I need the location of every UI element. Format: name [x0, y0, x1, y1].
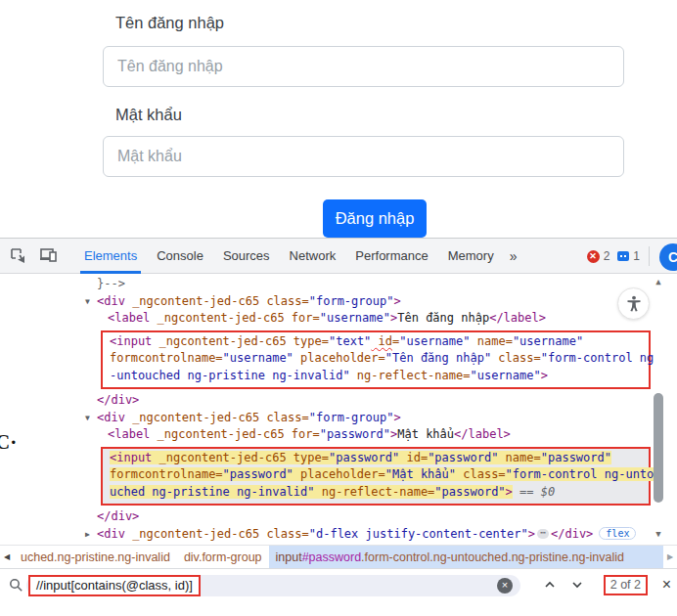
search-input[interactable]: //input[contains(@class, id)] × [26, 575, 520, 596]
code-token: </label> [454, 427, 511, 441]
tab-performance[interactable]: Performance [345, 239, 437, 274]
code-token: id= [399, 451, 428, 464]
code-token: "password" [541, 451, 611, 464]
code-token: == $0 [513, 485, 555, 499]
code-token: name= [471, 334, 513, 348]
breadcrumb-item[interactable]: div.form-group [177, 546, 269, 569]
code-token: "password" [434, 485, 505, 499]
password-label: Mật khẩu [115, 106, 182, 124]
code-line[interactable]: ▶<div _ngcontent-jed-c65 class="d-flex j… [0, 526, 677, 544]
message-icon [617, 251, 629, 261]
next-match-icon[interactable] [569, 577, 587, 594]
code-token: class= [456, 467, 506, 481]
code-line[interactable]: ▼<div _ngcontent-jed-c65 class="form-gro… [0, 293, 677, 311]
flex-badge[interactable]: flex [599, 527, 636, 540]
code-token: > [506, 485, 513, 499]
devtools-toolbar: ElementsConsoleSourcesNetworkPerformance… [0, 239, 677, 274]
devtools-tabs: ElementsConsoleSourcesNetworkPerformance… [74, 239, 504, 274]
code-token: _ngcontent-jed-c65 type= [152, 334, 329, 348]
code-token: <input [110, 451, 152, 464]
code-token: <div [97, 527, 125, 541]
scroll-down-icon[interactable]: ▼ [652, 528, 665, 540]
breadcrumb-right-icon[interactable]: ▶ [663, 552, 677, 561]
profile-avatar[interactable]: C [659, 243, 677, 271]
tab-sources[interactable]: Sources [213, 239, 280, 274]
breadcrumb-item[interactable]: input#password.form-control.ng-untouched… [269, 546, 663, 569]
code-token: Tên đăng nhập [397, 311, 489, 325]
code-line[interactable]: <input _ngcontent-jed-c65 type="password… [110, 450, 649, 467]
error-count: 2 [604, 249, 610, 263]
code-line[interactable]: </div> [0, 392, 677, 410]
code-token: "username" [470, 369, 540, 382]
more-tabs-icon[interactable]: » [504, 248, 521, 264]
annotation-box-username-input: <input _ngcontent-jed-c65 type="text" id… [101, 330, 651, 390]
search-bar: //input[contains(@class, id)] × 2 of 2 × [0, 568, 677, 601]
crumb-part: input [276, 550, 302, 564]
code-line[interactable]: </div> [0, 508, 677, 526]
code-line[interactable]: uched ng-pristine ng-invalid" ng-reflect… [110, 484, 649, 502]
code-token: "password" [329, 451, 399, 464]
code-token: "password" [320, 427, 390, 441]
login-button[interactable]: Đăng nhập [323, 199, 427, 238]
code-line[interactable]: formcontrolname="password" placeholder="… [110, 466, 649, 484]
accessibility-widget-icon[interactable] [617, 287, 650, 320]
code-token: class= [491, 351, 541, 365]
password-input[interactable] [103, 136, 624, 177]
tab-network[interactable]: Network [280, 239, 346, 274]
status-badges[interactable]: ✕ 2 1 [587, 239, 644, 274]
scrollbar-thumb[interactable] [654, 393, 663, 503]
login-form: Tên đăng nhập Mật khẩu Đăng nhập [0, 0, 677, 238]
code-token: <div [97, 411, 125, 424]
code-token: Mật khẩu [397, 427, 454, 441]
code-token: formcontrolname= [110, 351, 223, 365]
toolbar-divider [649, 246, 650, 266]
code-group-3: </div>▶<div _ngcontent-jed-c65 class="d-… [0, 508, 677, 545]
code-token: _ngcontent-jed-c65 class= [125, 411, 309, 424]
code-token: "username" [399, 334, 470, 348]
tab-console[interactable]: Console [147, 239, 213, 274]
code-token: _ngcontent-jed-c65 class= [125, 294, 309, 308]
code-line[interactable]: ▼<div _ngcontent-jed-c65 class="form-gro… [0, 410, 677, 427]
tab-memory[interactable]: Memory [438, 239, 504, 274]
username-input[interactable] [103, 46, 624, 87]
inspect-element-icon[interactable] [4, 243, 31, 269]
code-token: "text" [329, 334, 371, 348]
code-token: _ngcontent-jed-c65 class= [125, 527, 309, 541]
code-token: placeholder= [293, 351, 385, 365]
code-token: "username" [320, 311, 390, 325]
close-search-icon[interactable]: × [662, 575, 671, 594]
code-token: </div> [97, 393, 139, 407]
code-token: uched ng-pristine ng-invalid" [110, 485, 315, 499]
clear-search-icon[interactable]: × [497, 578, 513, 594]
scroll-up-icon[interactable]: ▲ [652, 276, 665, 287]
previous-match-icon[interactable] [542, 577, 560, 594]
code-line[interactable]: -untouched ng-pristine ng-invalid" ng-re… [110, 368, 649, 385]
code-token: "username" [223, 351, 293, 365]
code-line[interactable]: <label _ngcontent-jed-c65 for="password"… [0, 426, 677, 444]
code-token: > [393, 294, 400, 308]
code-token: "form-group" [309, 294, 394, 308]
tab-elements[interactable]: Elements [74, 239, 147, 274]
breadcrumb-left-icon[interactable]: ◀ [0, 552, 14, 561]
code-token: <input [110, 334, 152, 348]
code-line[interactable]: <input _ngcontent-jed-c65 type="text" id… [110, 333, 649, 351]
collapsed-arrow-icon[interactable]: ▶ [85, 526, 97, 544]
collapsed-children-icon[interactable]: ⋯ [537, 529, 549, 539]
username-label: Tên đăng nhập [115, 14, 224, 32]
device-toolbar-icon[interactable] [35, 243, 63, 269]
search-query[interactable]: //input[contains(@class, id)] [28, 575, 201, 596]
expanded-arrow-icon[interactable]: ▼ [85, 410, 97, 427]
code-token: "password" [428, 451, 498, 464]
crumb-part: #password [302, 550, 361, 564]
code-line[interactable]: formcontrolname="username" placeholder="… [110, 350, 649, 368]
expanded-arrow-icon[interactable]: ▼ [85, 293, 97, 311]
code-line[interactable]: }--> [0, 276, 677, 293]
code-line[interactable]: <label _ngcontent-jed-c65 for="username"… [0, 310, 677, 328]
code-token: "Tên đăng nhập" [385, 351, 491, 365]
elements-tree: }-->▼<div _ngcontent-jed-c65 class="form… [0, 274, 677, 545]
breadcrumb-item[interactable]: uched.ng-pristine.ng-invalid [14, 546, 177, 569]
vertical-scrollbar[interactable]: ▲ ▼ [652, 276, 665, 540]
code-token: -untouched ng-pristine ng-invalid" [110, 369, 350, 382]
code-token: _ngcontent-jed-c65 type= [152, 451, 329, 464]
breadcrumb: ◀ uched.ng-pristine.ng-invaliddiv.form-g… [0, 545, 677, 568]
